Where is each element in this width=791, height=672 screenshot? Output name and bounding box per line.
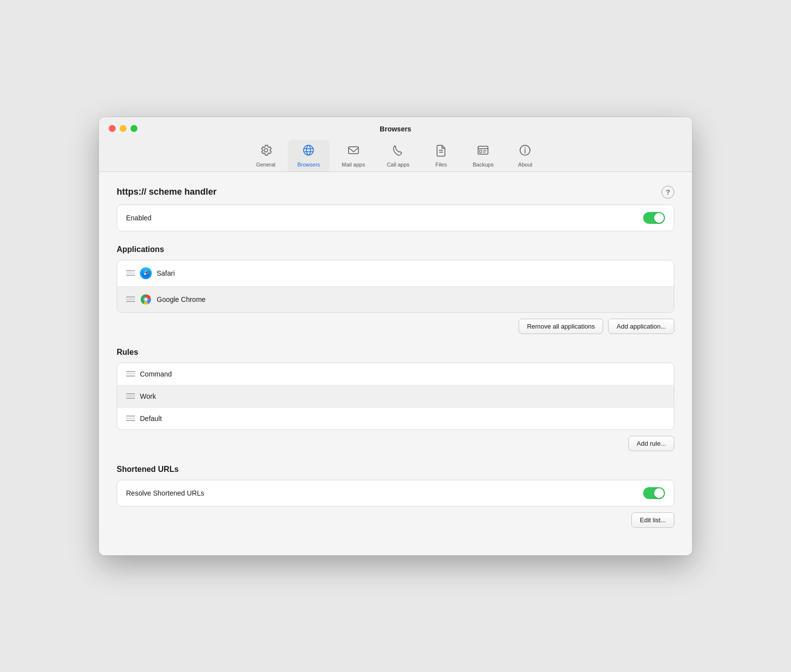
tab-files-label: Files bbox=[436, 162, 447, 168]
default-row: Default bbox=[117, 408, 674, 429]
svg-point-24 bbox=[144, 298, 147, 301]
default-label: Default bbox=[140, 415, 162, 422]
chrome-row-left: Google Chrome bbox=[126, 294, 206, 305]
shortened-urls-section: Shortened URLs Resolve Shortened URLs Ed… bbox=[117, 465, 674, 528]
chrome-label: Google Chrome bbox=[157, 295, 206, 303]
backup-icon bbox=[477, 144, 489, 160]
tab-call-label: Call apps bbox=[387, 162, 409, 168]
scheme-title: https:// scheme handler bbox=[117, 187, 217, 197]
scheme-section: https:// scheme handler ? Enabled bbox=[117, 186, 674, 231]
work-row-left: Work bbox=[126, 392, 156, 400]
applications-section: Applications bbox=[117, 245, 674, 334]
safari-label: Safari bbox=[157, 269, 175, 277]
scheme-header: https:// scheme handler ? bbox=[117, 186, 674, 199]
gear-icon bbox=[260, 144, 272, 160]
applications-title: Applications bbox=[117, 245, 674, 254]
svg-point-14 bbox=[525, 147, 526, 148]
tab-mail-label: Mail apps bbox=[342, 162, 365, 168]
shortened-urls-card: Resolve Shortened URLs bbox=[117, 480, 674, 506]
edit-list-button[interactable]: Edit list... bbox=[631, 512, 674, 528]
command-drag-handle[interactable] bbox=[126, 371, 135, 377]
add-application-button[interactable]: Add application... bbox=[608, 319, 674, 334]
resolve-label: Resolve Shortened URLs bbox=[126, 489, 204, 497]
chrome-drag-handle[interactable] bbox=[126, 296, 135, 302]
default-drag-handle[interactable] bbox=[126, 416, 135, 421]
toolbar: General Browsers bbox=[109, 140, 682, 171]
shortened-urls-title: Shortened URLs bbox=[117, 465, 674, 474]
enabled-label: Enabled bbox=[126, 214, 151, 222]
safari-row-left: Safari bbox=[126, 267, 175, 279]
work-drag-handle[interactable] bbox=[126, 393, 135, 399]
tab-backups[interactable]: Backups bbox=[463, 140, 503, 171]
titlebar: Browsers General bbox=[99, 117, 692, 172]
content-area: https:// scheme handler ? Enabled Applic… bbox=[99, 172, 692, 555]
globe-icon bbox=[302, 144, 315, 160]
info-icon bbox=[519, 144, 531, 160]
resolve-toggle[interactable] bbox=[643, 487, 665, 499]
tab-about-label: About bbox=[518, 162, 532, 168]
enabled-card: Enabled bbox=[117, 205, 674, 231]
applications-buttons: Remove all applications Add application.… bbox=[117, 319, 674, 334]
rules-card: Command Work bbox=[117, 363, 674, 430]
main-window: Browsers General bbox=[99, 117, 692, 555]
rules-title: Rules bbox=[117, 348, 674, 357]
work-row: Work bbox=[117, 385, 674, 408]
svg-point-0 bbox=[304, 145, 313, 155]
chrome-icon bbox=[140, 294, 152, 305]
rules-section: Rules Command bbox=[117, 348, 674, 451]
work-label: Work bbox=[140, 392, 156, 400]
chrome-row: Google Chrome bbox=[117, 287, 674, 312]
applications-card: Safari bbox=[117, 260, 674, 313]
enabled-toggle[interactable] bbox=[643, 212, 665, 224]
tab-call[interactable]: Call apps bbox=[377, 140, 419, 171]
tab-general[interactable]: General bbox=[246, 140, 286, 171]
resolve-row: Resolve Shortened URLs bbox=[117, 480, 674, 506]
safari-icon bbox=[140, 267, 152, 279]
safari-drag-handle[interactable] bbox=[126, 270, 135, 276]
tab-browsers-label: Browsers bbox=[298, 162, 320, 168]
tab-about[interactable]: About bbox=[505, 140, 545, 171]
tab-general-label: General bbox=[256, 162, 275, 168]
safari-row: Safari bbox=[117, 260, 674, 287]
svg-point-1 bbox=[307, 145, 310, 155]
tab-files[interactable]: Files bbox=[421, 140, 461, 171]
tab-browsers[interactable]: Browsers bbox=[288, 140, 330, 171]
window-title: Browsers bbox=[109, 125, 682, 133]
minimize-button[interactable] bbox=[120, 125, 127, 132]
command-row-left: Command bbox=[126, 370, 172, 378]
remove-all-button[interactable]: Remove all applications bbox=[519, 319, 603, 334]
maximize-button[interactable] bbox=[131, 125, 137, 132]
shortened-urls-buttons: Edit list... bbox=[117, 512, 674, 528]
enabled-row: Enabled bbox=[117, 205, 674, 231]
mail-icon bbox=[347, 144, 360, 160]
tab-backups-label: Backups bbox=[473, 162, 493, 168]
help-button[interactable]: ? bbox=[661, 186, 674, 199]
phone-icon bbox=[392, 144, 404, 160]
file-icon bbox=[435, 144, 447, 160]
tab-mail[interactable]: Mail apps bbox=[332, 140, 375, 171]
rules-buttons: Add rule... bbox=[117, 436, 674, 451]
command-label: Command bbox=[140, 370, 172, 378]
close-button[interactable] bbox=[109, 125, 116, 132]
add-rule-button[interactable]: Add rule... bbox=[628, 436, 674, 451]
command-row: Command bbox=[117, 363, 674, 385]
default-row-left: Default bbox=[126, 415, 162, 422]
svg-rect-9 bbox=[480, 150, 482, 153]
svg-rect-4 bbox=[349, 147, 358, 154]
